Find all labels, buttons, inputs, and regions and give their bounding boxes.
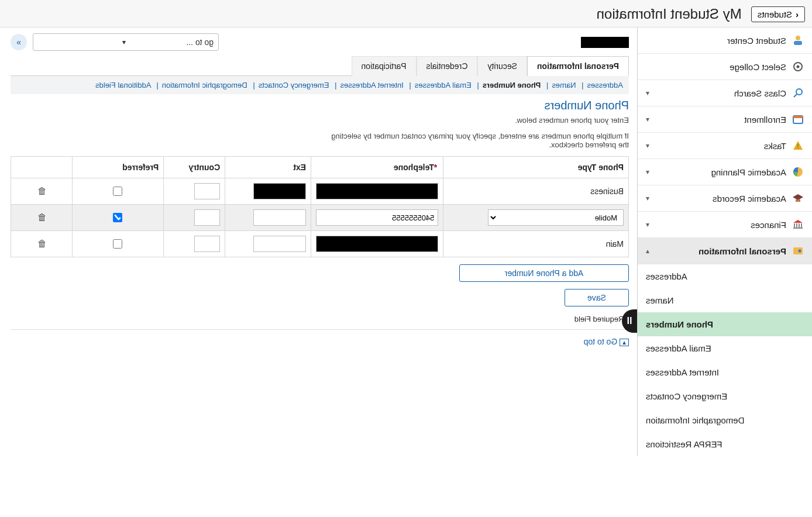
sidebar-subitem-label: Names [646,295,674,305]
crumb-names[interactable]: Names [552,81,576,89]
crumb-internet-addresses[interactable]: Internet Addresses [340,81,403,89]
double-chevron-right-icon: » [16,37,21,47]
tab-personal-information[interactable]: Personal Information [527,56,629,76]
add-phone-number-button[interactable]: Add a Phone Number [459,264,629,282]
phone-type-select[interactable]: Mobile [488,209,624,226]
sidebar-item-label: Academic Planning [655,167,786,177]
chevron-down-icon: ▾ [646,89,649,97]
sidebar-item-academic-planning[interactable]: Academic Planning ▾ [638,159,812,185]
chevron-up-icon: ▴ [646,247,649,255]
preferred-checkbox[interactable] [113,187,122,196]
person-icon [792,35,804,46]
sidebar-item-tasks[interactable]: Tasks ▾ [638,133,812,159]
svg-rect-9 [797,144,799,147]
delete-row-button[interactable]: 🗑 [33,212,50,223]
table-row: Business 🗑 [11,178,629,205]
sidebar-item-personal-information[interactable]: Personal Information ▴ [638,238,812,264]
svg-rect-10 [797,147,799,149]
sidebar-subitem-label: Addresses [646,271,687,281]
tab-security[interactable]: Security [477,56,527,76]
country-input[interactable] [194,209,220,226]
tab-label: Participation [362,61,407,71]
sidebar-subitem-email-addresses[interactable]: Email Addresses [638,336,812,360]
th-telephone: *Telephone [311,157,443,178]
svg-point-0 [796,36,800,40]
breadcrumb: Addresses| Names| Phone Numbers| Email A… [11,76,629,94]
go-to-button[interactable]: » [11,34,27,50]
tab-credentials[interactable]: Credentials [417,56,478,76]
svg-rect-15 [801,223,802,228]
svg-marker-14 [793,220,803,223]
sidebar-item-academic-records[interactable]: Academic Records ▾ [638,185,812,212]
telephone-input[interactable] [316,183,438,199]
sidebar-item-finances[interactable]: Finances ▾ [638,212,812,238]
bank-icon [792,219,804,230]
crumb-addresses[interactable]: Addresses [587,81,623,89]
sidebar-subitem-names[interactable]: Names [638,288,812,312]
chevron-down-icon: ▾ [38,38,126,46]
crumb-additional-fields[interactable]: Additional Fields [95,81,151,89]
sidebar-item-label: Student Center [659,36,786,46]
sidebar-subitem-label: Email Addresses [646,343,711,353]
save-label: Save [587,293,606,302]
sidebar-item-select-college[interactable]: Select College [638,54,812,80]
country-input[interactable] [194,183,220,199]
sidebar-subitem-internet-addresses[interactable]: Internet Addresses [638,360,812,384]
telephone-input[interactable] [316,236,438,252]
th-delete [11,157,73,178]
go-to-dropdown[interactable]: go to ... ▾ [33,33,219,51]
table-row: Main 🗑 [11,231,629,257]
tab-label: Credentials [426,61,468,71]
ext-input[interactable] [253,209,306,226]
delete-row-button[interactable]: 🗑 [33,185,50,197]
sidebar-item-label: Tasks [655,141,786,151]
telephone-input[interactable] [316,209,438,226]
crumb-email-addresses[interactable]: Email Addresses [415,81,472,89]
sidebar-subitem-label: Demographic Information [646,415,744,425]
back-students-label: Students [758,9,792,19]
crumb-demographic-information[interactable]: Demographic Information [162,81,247,89]
th-phone-type: Phone Type [443,157,629,178]
th-country: Country [164,157,225,178]
svg-point-3 [797,66,800,68]
sidebar-item-label: Finances [655,220,786,230]
crumb-emergency-contacts[interactable]: Emergency Contacts [259,81,329,89]
sidebar-item-student-center[interactable]: Student Center [638,27,812,54]
svg-rect-20 [793,247,803,254]
th-ext: Ext [225,157,311,178]
delete-row-button[interactable]: 🗑 [33,238,50,250]
help-text-1: Enter your phone numbers below. [11,116,629,125]
trash-icon: 🗑 [37,239,46,249]
sidebar-item-class-search[interactable]: Class Search ▾ [638,80,812,106]
chevron-down-icon: ▾ [646,115,649,123]
back-students-button[interactable]: ‹ Students [751,6,805,22]
search-icon [792,87,804,99]
chevron-down-icon: ▾ [646,194,649,202]
sidebar-subitem-label: FERPA Restrictions [646,439,722,449]
country-input[interactable] [194,236,220,252]
pause-icon: II [627,316,632,326]
tab-bar: Personal Information Security Credential… [11,56,629,76]
pie-chart-icon [792,166,804,178]
sidebar-item-enrollment[interactable]: Enrollment ▾ [638,106,812,133]
chevron-left-icon: ‹ [796,9,799,19]
sidebar-item-label: Enrollment [655,115,786,125]
tab-participation[interactable]: Participation [352,56,417,76]
preferred-checkbox[interactable] [113,239,122,249]
sidebar-subitem-demographic-information[interactable]: Demographic Information [638,408,812,432]
preferred-checkbox[interactable] [113,213,122,222]
student-name-redacted [581,37,629,48]
svg-rect-13 [796,199,800,202]
sidebar-subitem-addresses[interactable]: Addresses [638,264,812,288]
ext-input[interactable] [253,236,306,252]
go-to-top-link[interactable]: Go to top [584,337,618,346]
sidebar-subitem-ferpa-restrictions[interactable]: FERPA Restrictions [638,432,812,456]
ext-input[interactable] [253,183,306,199]
sidebar-subitem-phone-numbers[interactable]: Phone Numbers [638,312,812,336]
phone-type-label: Main [606,239,624,249]
svg-rect-19 [793,228,803,229]
save-button[interactable]: Save [565,289,629,306]
sidebar-subitem-emergency-contacts[interactable]: Emergency Contacts [638,384,812,408]
sidebar-item-label: Class Search [655,88,786,98]
id-card-icon [792,245,804,257]
